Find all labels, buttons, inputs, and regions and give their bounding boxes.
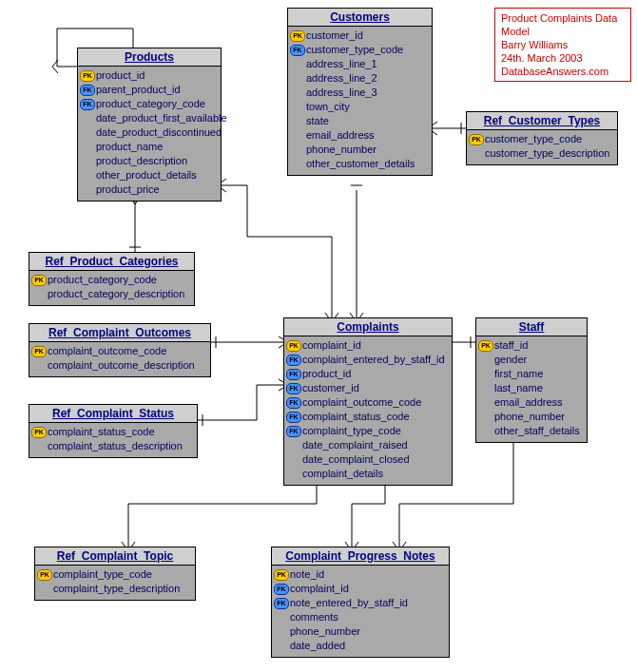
entity-body: PKcomplaint_type_codecomplaint_type_desc… — [35, 566, 195, 600]
diagram-canvas: Product Complaints Data Model Barry Will… — [0, 0, 637, 672]
attribute-row: PKcomplaint_outcome_code — [31, 344, 208, 358]
attribute-label: complaint_details — [301, 467, 383, 481]
attribute-row: PKproduct_category_code — [31, 273, 192, 287]
key-slot-empty — [478, 410, 493, 424]
pk-icon: PK — [31, 344, 47, 358]
attribute-row: email_address — [290, 128, 430, 143]
key-slot-empty — [80, 125, 95, 140]
key-slot-empty — [80, 111, 95, 125]
info-line: Barry Williams — [501, 38, 625, 51]
key-slot-empty — [274, 610, 289, 624]
attribute-label: customer_id — [301, 381, 359, 395]
attribute-row: complaint_details — [286, 467, 450, 481]
attribute-row: other_staff_details — [478, 424, 585, 438]
attribute-label: note_id — [289, 567, 324, 582]
attribute-row: phone_number — [274, 624, 447, 639]
attribute-row: PKproduct_id — [80, 68, 219, 83]
attribute-row: comments — [274, 610, 447, 624]
key-slot-empty — [478, 381, 493, 395]
attribute-label: last_name — [493, 381, 543, 395]
attribute-label: product_name — [95, 140, 163, 154]
attribute-row: FKcomplaint_id — [274, 582, 447, 596]
fk-icon: FK — [286, 424, 301, 438]
entity-title: Complaints — [284, 318, 452, 336]
entity-title: Staff — [476, 318, 587, 336]
entity-body: PKproduct_category_codeproduct_category_… — [29, 271, 194, 305]
fk-icon: FK — [286, 353, 301, 367]
attribute-row: product_category_description — [31, 287, 192, 301]
attribute-label: complaint_status_code — [301, 410, 410, 424]
fk-icon: FK — [286, 395, 301, 410]
entity-body: PKcustomer_idFKcustomer_type_codeaddress… — [288, 27, 432, 175]
attribute-label: complaint_type_code — [301, 424, 401, 438]
entity-title: Ref_Complaint_Status — [29, 405, 197, 423]
pk-icon: PK — [37, 567, 52, 582]
entity-title: Customers — [288, 9, 432, 27]
attribute-label: address_line_3 — [305, 86, 377, 100]
key-slot-empty — [290, 57, 305, 71]
attribute-label: date_added — [289, 639, 345, 653]
attribute-label: complaint_outcome_description — [47, 358, 195, 373]
pk-icon: PK — [274, 567, 289, 582]
fk-icon: FK — [80, 83, 95, 97]
attribute-label: complaint_status_description — [47, 439, 183, 453]
attribute-row: product_price — [80, 182, 219, 197]
info-line: 24th. March 2003 — [501, 51, 625, 65]
key-slot-empty — [286, 452, 301, 467]
attribute-label: complaint_entered_by_staff_id — [301, 353, 445, 367]
fk-icon: FK — [286, 381, 301, 395]
attribute-row: product_description — [80, 154, 219, 168]
key-slot-empty — [31, 287, 47, 301]
fk-icon: FK — [286, 367, 301, 381]
key-slot-empty — [290, 86, 305, 100]
fk-icon: FK — [274, 596, 289, 610]
attribute-row: PKcomplaint_status_code — [31, 425, 195, 439]
attribute-label: address_line_2 — [305, 71, 377, 86]
entity-staff: Staff PKstaff_idgenderfirst_namelast_nam… — [475, 317, 588, 443]
key-slot-empty — [290, 143, 305, 157]
entity-body: PKcustomer_type_codecustomer_type_descri… — [467, 130, 617, 164]
entity-title: Ref_Complaint_Topic — [35, 547, 195, 566]
attribute-label: first_name — [493, 367, 543, 381]
key-slot-empty — [478, 395, 493, 410]
pk-icon: PK — [80, 68, 95, 83]
attribute-label: customer_type_code — [305, 43, 403, 57]
key-slot-empty — [290, 71, 305, 86]
attribute-row: FKparent_product_id — [80, 83, 219, 97]
attribute-row: PKcustomer_id — [290, 29, 430, 43]
attribute-row: date_complaint_raised — [286, 438, 450, 452]
pk-icon: PK — [469, 132, 484, 146]
attribute-label: product_price — [95, 182, 160, 197]
attribute-label: state — [305, 114, 329, 128]
attribute-row: other_customer_details — [290, 157, 430, 171]
attribute-row: gender — [478, 353, 585, 367]
attribute-label: date_product_first_available — [95, 111, 227, 125]
info-line: Product Complaints Data Model — [501, 11, 625, 38]
attribute-label: complaint_id — [289, 582, 349, 596]
attribute-label: product_category_code — [95, 97, 205, 111]
fk-icon: FK — [274, 582, 289, 596]
attribute-label: product_id — [301, 367, 351, 381]
entity-ref-product-categories: Ref_Product_Categories PKproduct_categor… — [29, 252, 195, 306]
entity-ref-customer-types: Ref_Customer_Types PKcustomer_type_codec… — [466, 111, 618, 165]
key-slot-empty — [290, 157, 305, 171]
attribute-row: FKcomplaint_status_code — [286, 410, 450, 424]
attribute-row: PKcomplaint_type_code — [37, 567, 193, 582]
attribute-row: date_product_discontinued — [80, 125, 219, 140]
key-slot-empty — [469, 146, 484, 161]
attribute-row: other_product_details — [80, 168, 219, 182]
attribute-label: product_description — [95, 154, 187, 168]
entity-body: PKcomplaint_status_codecomplaint_status_… — [29, 423, 197, 457]
entity-title: Ref_Product_Categories — [29, 253, 194, 271]
attribute-label: complaint_type_code — [52, 567, 152, 582]
key-slot-empty — [80, 168, 95, 182]
attribute-row: PKcustomer_type_code — [469, 132, 615, 146]
attribute-row: date_product_first_available — [80, 111, 219, 125]
attribute-label: date_complaint_raised — [301, 438, 408, 452]
key-slot-empty — [37, 582, 52, 596]
attribute-row: phone_number — [290, 143, 430, 157]
entity-body: PKnote_idFKcomplaint_idFKnote_entered_by… — [272, 566, 449, 657]
attribute-row: complaint_status_description — [31, 439, 195, 453]
entity-products: Products PKproduct_idFKparent_product_id… — [77, 48, 222, 202]
pk-icon: PK — [478, 338, 493, 353]
